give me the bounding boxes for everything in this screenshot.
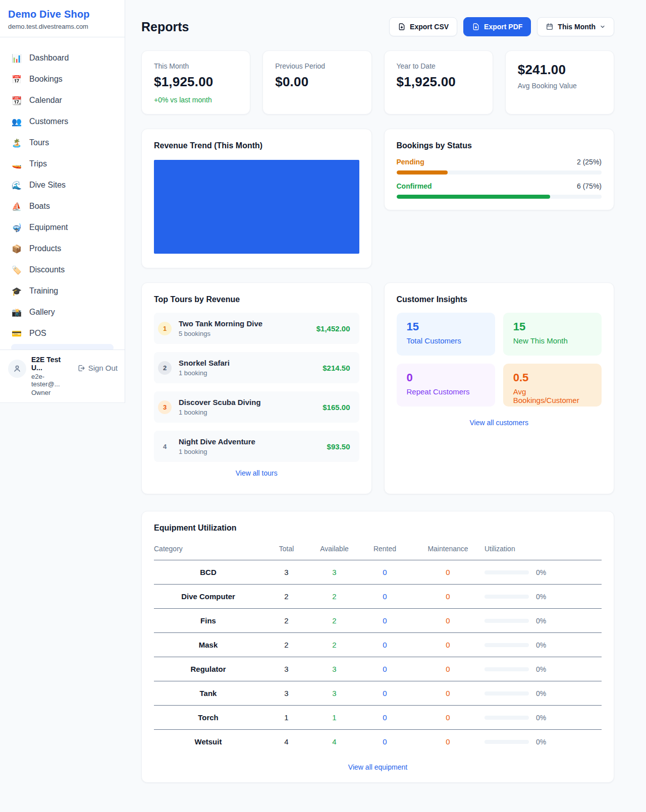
sidebar-user-footer: E2E Test U... e2e-tester@... Owner Sign … — [0, 350, 125, 402]
status-row-pending: Pending 2 (25%) — [397, 158, 602, 166]
cell-available: 2 — [310, 633, 358, 657]
utilization-percent: 0% — [536, 641, 546, 649]
stat-card-avg-booking-value: $241.00 Avg Booking Value — [505, 50, 614, 114]
rank-badge: 4 — [158, 440, 172, 453]
cell-rented: 0 — [358, 657, 411, 681]
view-all-customers-link[interactable]: View all customers — [397, 419, 602, 427]
cell-category: Dive Computer — [154, 585, 262, 609]
insight-tile-repeat-customers: 0 Repeat Customers — [397, 364, 495, 407]
user-info: E2E Test U... e2e-tester@... Owner — [31, 356, 72, 396]
sidebar-item-dashboard[interactable]: 📊 Dashboard — [6, 47, 119, 69]
view-all-equipment-link[interactable]: View all equipment — [154, 763, 602, 771]
cell-maintenance: 0 — [411, 585, 484, 609]
table-header-row: Category Total Available Rented Maintena… — [154, 542, 602, 560]
insight-tile-new-this-month: 15 New This Month — [503, 313, 602, 356]
sidebar-item-training[interactable]: 🎓 Training — [6, 280, 119, 302]
cell-total: 1 — [262, 706, 310, 730]
cell-maintenance: 0 — [411, 560, 484, 585]
stats-row: This Month $1,925.00 +0% vs last month P… — [141, 50, 614, 114]
person-icon — [13, 364, 22, 373]
export-pdf-button[interactable]: Export PDF — [463, 17, 531, 36]
customer-insights-card: Customer Insights 15 Total Customers 15 … — [384, 282, 615, 494]
tour-name: Two Tank Morning Dive — [179, 319, 262, 328]
cell-rented: 0 — [358, 585, 411, 609]
stat-card-this-month: This Month $1,925.00 +0% vs last month — [141, 50, 250, 114]
sidebar-item-pos[interactable]: 💳 POS — [6, 323, 119, 344]
period-dropdown[interactable]: This Month — [537, 17, 614, 36]
utilization-percent: 0% — [536, 568, 546, 576]
status-row-confirmed: Confirmed 6 (75%) — [397, 182, 602, 190]
insight-label: Repeat Customers — [407, 387, 485, 396]
utilization-percent: 0% — [536, 665, 546, 673]
view-all-tours-link[interactable]: View all tours — [154, 469, 359, 477]
table-row: BCD 3 3 0 0 0% — [154, 560, 602, 585]
export-pdf-label: Export PDF — [484, 23, 522, 31]
sidebar-item-label: POS — [29, 329, 46, 338]
sidebar-item-bookings[interactable]: 📅 Bookings — [6, 69, 119, 90]
utilization-bar — [484, 740, 529, 744]
sidebar-item-equipment[interactable]: 🤿 Equipment — [6, 217, 119, 238]
insight-label: Avg Bookings/Customer — [513, 387, 591, 404]
tour-list: 1 Two Tank Morning Dive 5 bookings $1,45… — [154, 313, 359, 462]
page-header: Reports Export CSV Export PDF — [141, 17, 614, 36]
sign-out-button[interactable]: Sign Out — [77, 364, 118, 372]
sidebar-item-label: Bookings — [29, 75, 63, 84]
utilization-percent: 0% — [536, 593, 546, 601]
table-row: Mask 2 2 0 0 0% — [154, 633, 602, 657]
sidebar-item-label: Products — [29, 244, 61, 253]
stat-value: $0.00 — [275, 74, 359, 90]
sidebar-item-boats[interactable]: ⛵ Boats — [6, 196, 119, 217]
utilization-percent: 0% — [536, 714, 546, 722]
sidebar-item-gallery[interactable]: 📸 Gallery — [6, 302, 119, 323]
insight-value: 0.5 — [513, 371, 591, 384]
sidebar-item-customers[interactable]: 👥 Customers — [6, 111, 119, 132]
tour-row[interactable]: 2 Snorkel Safari 1 booking $214.50 — [154, 352, 359, 383]
user-role: Owner — [31, 389, 72, 396]
sign-out-label: Sign Out — [88, 364, 118, 372]
rank-badge: 1 — [158, 322, 172, 335]
cell-category: Torch — [154, 706, 262, 730]
package-icon: 📦 — [11, 244, 22, 254]
sidebar-item-tours[interactable]: 🏝️ Tours — [6, 132, 119, 153]
sidebar-item-products[interactable]: 📦 Products — [6, 238, 119, 259]
equipment-utilization-title: Equipment Utilization — [154, 524, 602, 533]
brand-name: Demo Dive Shop — [8, 9, 115, 20]
calendar-icon: 📆 — [11, 96, 22, 105]
table-row: Wetsuit 4 4 0 0 0% — [154, 730, 602, 754]
cell-maintenance: 0 — [411, 633, 484, 657]
stat-value: $241.00 — [518, 62, 602, 78]
cell-rented: 0 — [358, 681, 411, 706]
bookings-by-status-title: Bookings by Status — [397, 141, 602, 150]
cell-category: Mask — [154, 633, 262, 657]
tour-row[interactable]: 1 Two Tank Morning Dive 5 bookings $1,45… — [154, 313, 359, 344]
table-row: Regulator 3 3 0 0 0% — [154, 657, 602, 681]
sidebar-item-trips[interactable]: 🚤 Trips — [6, 153, 119, 175]
stat-label: Avg Booking Value — [518, 82, 602, 90]
cell-maintenance: 0 — [411, 681, 484, 706]
equipment-table: Category Total Available Rented Maintena… — [154, 542, 602, 754]
cell-maintenance: 0 — [411, 657, 484, 681]
cell-rented: 0 — [358, 706, 411, 730]
header-actions: Export CSV Export PDF This Month — [389, 17, 614, 36]
sidebar-item-discounts[interactable]: 🏷️ Discounts — [6, 259, 119, 280]
pending-progress-bar — [397, 170, 602, 175]
tour-bookings: 1 booking — [179, 448, 320, 455]
cell-category: Regulator — [154, 657, 262, 681]
tour-row[interactable]: 3 Discover Scuba Diving 1 booking $165.0… — [154, 391, 359, 423]
cell-total: 2 — [262, 609, 310, 633]
cell-total: 3 — [262, 657, 310, 681]
utilization-bar — [484, 570, 529, 574]
export-csv-button[interactable]: Export CSV — [389, 17, 457, 36]
stat-card-previous-period: Previous Period $0.00 — [262, 50, 371, 114]
sidebar-item-calendar[interactable]: 📆 Calendar — [6, 90, 119, 111]
sidebar-item-dive-sites[interactable]: 🌊 Dive Sites — [6, 175, 119, 196]
sidebar-item-reports-active-clipped[interactable] — [11, 344, 114, 350]
column-header-available: Available — [310, 542, 358, 560]
sign-out-icon — [77, 364, 85, 372]
cell-category: BCD — [154, 560, 262, 585]
tour-row[interactable]: 4 Night Dive Adventure 1 booking $93.50 — [154, 431, 359, 462]
status-label-pending: Pending — [397, 158, 424, 166]
revenue-trend-chart — [154, 160, 359, 254]
cell-rented: 0 — [358, 560, 411, 585]
calendar-icon — [546, 23, 554, 31]
